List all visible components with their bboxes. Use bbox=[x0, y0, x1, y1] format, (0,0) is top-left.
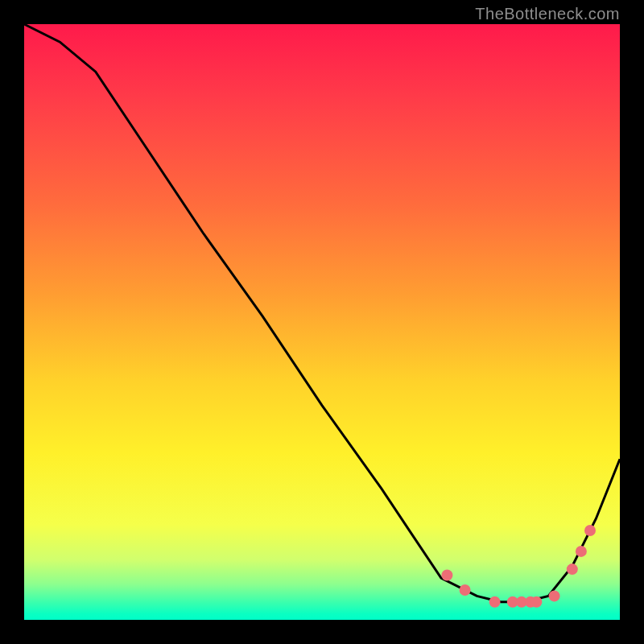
data-point bbox=[530, 597, 542, 608]
plot-area bbox=[24, 24, 620, 620]
data-point bbox=[489, 597, 501, 608]
bottleneck-curve bbox=[24, 24, 620, 602]
attribution-label: TheBottleneck.com bbox=[475, 5, 620, 23]
data-point bbox=[567, 564, 578, 575]
data-point bbox=[460, 584, 471, 596]
chart-frame: TheBottleneck.com bbox=[0, 0, 644, 644]
scatter-dots bbox=[441, 525, 596, 608]
data-point bbox=[549, 590, 560, 601]
data-point bbox=[576, 546, 587, 557]
chart-svg bbox=[24, 24, 620, 620]
data-point bbox=[441, 570, 452, 581]
data-point bbox=[584, 525, 596, 536]
